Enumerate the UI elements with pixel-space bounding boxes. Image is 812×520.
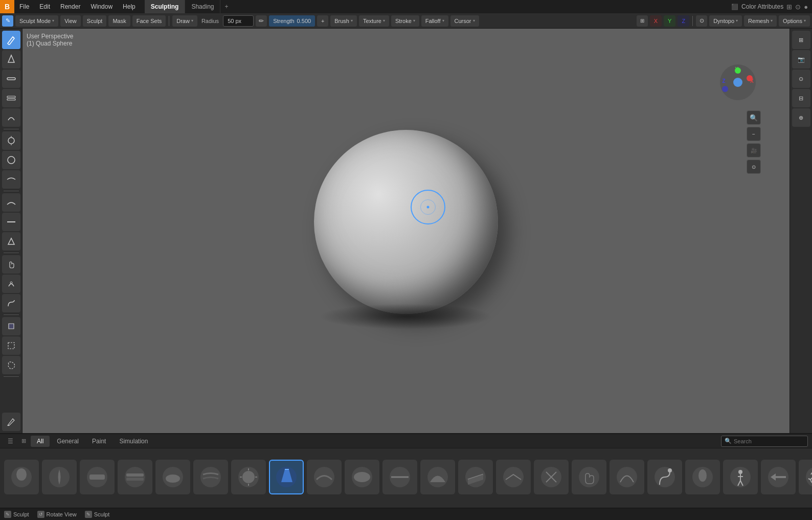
local-view-btn[interactable]: ⊙ [747,160,761,174]
brush-snake-hook[interactable] [647,460,682,494]
header-sphere-icon[interactable]: ● [804,3,808,11]
draw-tool[interactable] [2,31,20,49]
brush-dropdown[interactable]: Brush ▾ [330,15,357,27]
axis-y-btn[interactable]: Y [664,15,675,27]
menu-window[interactable]: Window [85,0,118,13]
brush-crease[interactable] [307,460,342,494]
right-tool-3[interactable]: ⊙ [792,70,810,88]
menu-render[interactable]: Render [55,0,85,13]
brush-elastic[interactable] [610,460,644,494]
status-rotate-view[interactable]: ↺ Rotate View [37,511,77,518]
axis-x-btn[interactable]: X [650,15,662,27]
tab-all[interactable]: All [31,436,50,447]
brush-clay[interactable] [80,460,115,494]
toolbar-sculpt-btn[interactable]: Sculpt [83,15,107,27]
fill-tool[interactable] [2,232,20,251]
tab-general[interactable]: General [51,436,85,447]
lasso-mask-tool[interactable] [2,356,20,374]
brush-inflate[interactable] [231,460,266,494]
status-sculpt-1[interactable]: ✎ Sculpt [4,511,29,518]
brush-nudge[interactable] [761,460,796,494]
texture-dropdown[interactable]: Texture ▾ [359,15,389,27]
brush-multiplane-scrape[interactable] [496,460,531,494]
mask-tool[interactable] [2,317,20,335]
header-grid-icon[interactable]: ⊞ [786,3,792,11]
brush-search[interactable]: 🔍 [721,436,808,447]
brush-thumb[interactable] [685,460,720,494]
menu-file[interactable]: File [14,0,34,13]
camera-view-btn[interactable]: 🎥 [747,143,761,157]
workspace-tab-sculpting[interactable]: Sculpting [145,0,186,13]
smooth-tool[interactable] [2,193,20,212]
viewport[interactable]: User Perspective (1) Quad Sphere X Y Z 🔍… [22,29,790,433]
snake-hook-tool[interactable] [2,294,20,312]
left-sidebar [0,29,22,433]
draw-mode-dropdown[interactable]: Draw ▾ [172,15,197,27]
brush-rotate[interactable] [799,460,812,494]
flatten-tool[interactable] [2,213,20,231]
right-tool-1[interactable]: ⊞ [792,31,810,49]
workspace-tab-add[interactable]: + [220,0,232,13]
brush-scrape[interactable] [458,460,493,494]
tab-paint[interactable]: Paint [86,436,112,447]
right-tool-5[interactable]: ⊕ [792,108,810,127]
viewport-gizmo: X Y Z [720,64,761,105]
zoom-out-btn[interactable]: − [747,127,761,141]
panel-grid-btn[interactable]: ⊞ [17,436,30,447]
draw-sharp-tool[interactable] [2,50,20,69]
svg-rect-2 [7,96,15,98]
brush-pose[interactable] [723,460,758,494]
brush-smooth[interactable] [345,460,379,494]
search-input[interactable] [734,438,804,444]
gizmo-circle[interactable]: X Y Z [720,64,756,100]
options-dropdown[interactable]: Options ▾ [779,15,810,27]
color-attributes-button[interactable]: Color Attributes [741,3,783,10]
brush-draw[interactable] [4,460,39,494]
strength-slider[interactable]: Strength 0.500 [269,15,315,27]
cursor-dropdown[interactable]: Cursor ▾ [450,15,479,27]
status-sculpt-2[interactable]: ✎ Sculpt [85,511,110,518]
pressure-btn[interactable]: ✏ [256,15,267,27]
elastic-tool[interactable] [2,275,20,293]
brush-pinch[interactable] [534,460,569,494]
brush-grab[interactable] [572,460,606,494]
right-tool-4[interactable]: ⊟ [792,89,810,107]
toolbar-face-sets-btn[interactable]: Face Sets [132,15,166,27]
toolbar-mask-btn[interactable]: Mask [108,15,130,27]
header-dot-icon[interactable]: ⊙ [795,3,801,11]
falloff-dropdown[interactable]: Falloff ▾ [421,15,448,27]
radius-slider[interactable]: 50 px [223,15,254,27]
brush-blob[interactable] [269,460,304,494]
brush-clay-thumb[interactable] [155,460,190,494]
panel-menu-btn[interactable]: ☰ [4,436,16,447]
box-mask-tool[interactable] [2,336,20,355]
blob-tool[interactable] [2,151,20,169]
grab-tool[interactable] [2,255,20,274]
axis-z-btn[interactable]: Z [678,15,689,27]
remesh-dropdown[interactable]: Remesh ▾ [744,15,777,27]
brush-fill[interactable] [420,460,455,494]
menu-help[interactable]: Help [118,0,141,13]
clay-strips-tool[interactable] [2,89,20,107]
inflate-tool[interactable] [2,131,20,150]
workspace-tab-shading[interactable]: Shading [185,0,220,13]
brush-flatten[interactable] [382,460,417,494]
sculpt-mode-dropdown[interactable]: Sculpt Mode ▾ [15,15,58,27]
dyntopo-dropdown[interactable]: Dyntopo ▾ [709,15,742,27]
brush-layer[interactable] [193,460,228,494]
toolbar-view-btn[interactable]: View [60,15,81,27]
clay-tool[interactable] [2,70,20,88]
annotate-tool[interactable] [2,413,20,431]
tab-simulation[interactable]: Simulation [113,436,154,447]
brush-clay-strips[interactable] [118,460,152,494]
clay-thumb-tool[interactable] [2,108,20,127]
plus-btn[interactable]: + [317,15,328,27]
right-tool-2[interactable]: 📷 [792,50,810,69]
stroke-dropdown[interactable]: Stroke ▾ [391,15,419,27]
crease-tool[interactable] [2,170,20,189]
menu-edit[interactable]: Edit [34,0,55,13]
zoom-in-btn[interactable]: 🔍 [747,110,761,125]
brush-draw-sharp[interactable] [42,460,77,494]
overlay-btn[interactable]: ⊙ [696,15,707,27]
transform-orient-btn[interactable]: ⊞ [637,15,648,27]
